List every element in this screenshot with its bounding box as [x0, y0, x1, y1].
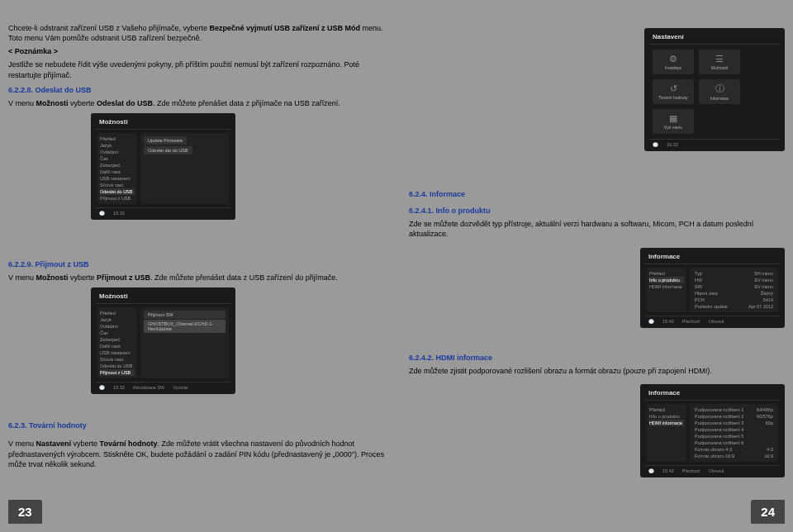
figure-footer: 🕒 15:42 Přechozí Obnovit	[645, 316, 780, 325]
list-item: Síťová nast.	[100, 182, 135, 188]
list-item: Přehled	[100, 135, 135, 142]
figure-option: Přijmout SW	[144, 311, 226, 319]
tile-label: Instalace	[665, 65, 681, 70]
list-item: Čas	[100, 330, 135, 336]
section-6241-body: Zde se můžete dozvědět typ přístroje, ak…	[409, 219, 785, 239]
info-row: Podporované rozlišení 260/576p	[692, 413, 776, 420]
info-row: Hlavní dataŽádný	[692, 290, 776, 297]
info-val: 60p	[766, 420, 773, 425]
info-val: 64/480p	[757, 407, 773, 412]
info-key: Podporované rozlišení 6	[695, 440, 743, 445]
list-item: Odeslat do USB	[100, 363, 135, 369]
figure-footer: 🕒 15:32	[96, 207, 230, 216]
text: vyberte	[69, 99, 97, 107]
info-val: EV menu	[754, 284, 773, 289]
figure-title: Možnosti	[96, 116, 230, 130]
list-item: Čas	[100, 155, 135, 162]
list-item: Info o produktu	[649, 277, 684, 283]
page-spread: Chcete-li odstranit zařízení USB z Vašeh…	[8, 23, 785, 487]
info-row: Podporované rozlišení 4	[692, 426, 776, 433]
figure-title: Informace	[645, 251, 780, 264]
list-icon: ☰	[715, 54, 724, 64]
figure-sidebar: Přehled Info o produktu HDMI informace	[647, 404, 686, 462]
figure-nastaveni: Nastavení ⚙Instalace ☰Možnosti ↺Tovární …	[644, 28, 785, 151]
info-key: Podporované rozlišení 3	[695, 420, 743, 425]
list-item: Ovládání	[100, 149, 135, 155]
text: V menu	[8, 273, 36, 282]
figure-informace-2: Informace Přehled Info o produktu HDMI i…	[640, 384, 785, 477]
figure-footer: 🕒 15:42 Přechozí Obnovit	[645, 465, 780, 474]
gear-icon: ⚙	[669, 54, 677, 64]
figure-title: Možnosti	[96, 291, 230, 304]
info-key: Podporované rozlišení 2	[695, 414, 743, 419]
list-item: Přehled	[649, 270, 684, 277]
info-row: Formát obrazu 16:916:9	[692, 453, 776, 459]
info-key: Hlavní data	[695, 291, 718, 296]
tile-exit: ▦Vytí menu	[653, 109, 694, 134]
page-number-right: 24	[751, 500, 785, 524]
list-item: Zabezpeč.	[100, 336, 135, 343]
clock-icon: 🕒	[653, 142, 658, 147]
footer-time: 16:22	[667, 142, 678, 147]
clock-icon: 🕒	[99, 211, 105, 216]
footer-time: 15:42	[662, 468, 674, 473]
list-item: Další nast.	[100, 169, 135, 175]
list-item: USB nastavení	[100, 349, 135, 356]
text-bold: Přijmout z USB	[97, 273, 150, 282]
text-bold: Bezpečné vyjmutí USB zařízení z USB Mód	[209, 24, 360, 32]
info-row: Podporované rozlišení 360p	[692, 420, 776, 426]
right-page: Nastavení ⚙Instalace ☰Možnosti ↺Tovární …	[409, 23, 785, 487]
footer-label: Přechozí	[682, 319, 700, 324]
info-key: SW	[695, 284, 702, 289]
footer-label: Obnovit	[708, 468, 724, 473]
list-item: Přijmout z USB	[100, 195, 135, 202]
figure-title: Nastavení	[649, 31, 780, 45]
figure-title: Informace	[645, 387, 780, 401]
footer-label: Vymzat	[173, 385, 188, 390]
figure-option: Odeslat dat do USB	[144, 146, 192, 154]
figure-main: Update Firmware Odeslat dat do USB	[140, 133, 229, 204]
section-6242-body: Zde můžete zjistit podporované rozlišení…	[409, 366, 785, 376]
info-row: Formát obrazu 4:34:3	[692, 446, 776, 453]
note-text: Jestliže se nebudete řídit výše uvedeným…	[8, 59, 384, 79]
info-key: Poslední update	[695, 304, 728, 309]
info-row: SWEV menu	[692, 283, 776, 290]
info-key: Podporované rozlišení 1	[695, 407, 743, 412]
section-623-body: V menu Nastavení vyberte Tovární hodnoty…	[8, 439, 384, 468]
tile-label: Možnosti	[711, 65, 728, 70]
figure-sidebar: Přehled Jazyk Ovládání Čas Zabezpeč. Dal…	[97, 133, 137, 204]
info-key: Formát obrazu 16:9	[695, 454, 734, 458]
info-val: Apr 07 2012	[748, 304, 773, 309]
list-item: Odeslat do USB	[100, 188, 135, 195]
clock-icon: 🕒	[648, 319, 654, 324]
figure-option: Update Firmware	[144, 136, 187, 145]
info-key: Typ	[695, 271, 702, 276]
clock-icon: 🕒	[99, 385, 105, 390]
note-label: < Poznámka >	[8, 46, 384, 56]
info-val: Žádný	[761, 291, 773, 296]
footer-label: Přechozí	[682, 468, 700, 473]
info-val: 60/576p	[757, 414, 773, 419]
info-val: 5419	[763, 297, 773, 302]
info-row: Podporované rozlišení 6	[692, 439, 776, 446]
text: V menu	[8, 439, 36, 448]
figure-sidebar: Přehled Info o produktu HDMI informace	[647, 268, 686, 312]
figure-moznosti-1: Možnosti Přehled Jazyk Ovládání Čas Zabe…	[91, 113, 235, 220]
info-key: Podporované rozlišení 5	[695, 434, 743, 439]
list-item: Jazyk	[100, 316, 135, 323]
list-item: Přehled	[100, 310, 135, 316]
info-row: TypSH menu	[692, 270, 776, 277]
text: V menu	[8, 99, 36, 107]
info-val: 4:3	[767, 447, 773, 452]
section-624-title: 6.2.4. Informace	[409, 189, 785, 199]
section-6242-title: 6.2.4.2. HDMI informace	[409, 353, 785, 363]
section-6228-body: V menu Možnosti vyberte Odeslat do USB. …	[8, 98, 384, 108]
info-row: Podporované rozlišení 164/480p	[692, 406, 776, 413]
list-item: USB nastavení	[100, 175, 135, 182]
figure-informace-1: Informace Přehled Info o produktu HDMI i…	[640, 248, 785, 328]
section-6229-body: V menu Možnosti vyberte Přijmout z USB. …	[8, 273, 384, 283]
tile-moznosti: ☰Možnosti	[699, 50, 740, 74]
text-bold: Tovární hodnoty	[100, 439, 158, 448]
info-key: Formát obrazu 4:3	[695, 447, 732, 452]
footer-time: 15:32	[113, 385, 125, 390]
